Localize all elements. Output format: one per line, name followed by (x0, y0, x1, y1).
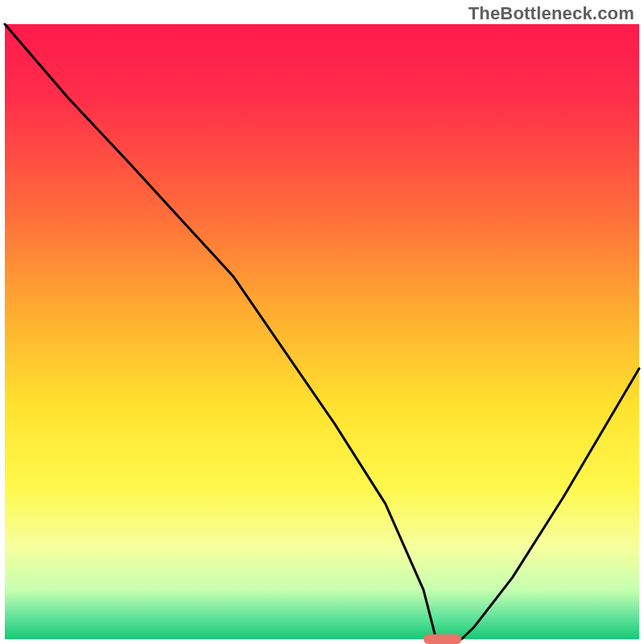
plot-background (5, 24, 639, 639)
watermark-text: TheBottleneck.com (469, 3, 634, 24)
chart-stage: TheBottleneck.com (0, 0, 644, 644)
optimal-range-marker (423, 634, 461, 644)
bottleneck-plot (0, 0, 644, 644)
